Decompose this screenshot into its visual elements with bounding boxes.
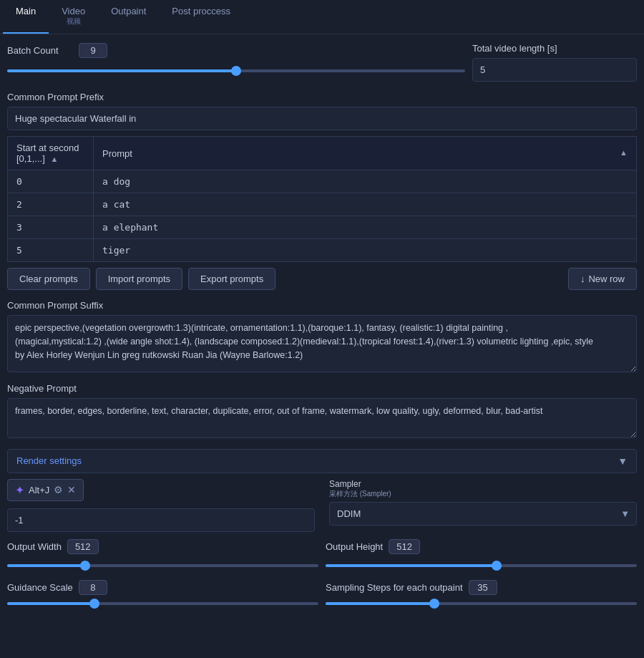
- batch-count-slider[interactable]: [7, 65, 465, 77]
- altj-row: ✦ Alt+J ⚙ ✕: [7, 479, 315, 501]
- guidance-scale-thumb[interactable]: [89, 599, 99, 609]
- sampling-steps-col: Sampling Steps for each outpaint 35: [326, 580, 637, 609]
- batch-count-fill: [7, 69, 236, 72]
- prefix-input[interactable]: [7, 107, 637, 130]
- sampling-steps-fill: [326, 602, 434, 605]
- tab-main-label: Main: [16, 6, 36, 16]
- main-content: Batch Count 9 Total video length [s] Com…: [0, 34, 644, 625]
- output-height-thumb[interactable]: [492, 561, 502, 571]
- table-cell-prompt: a elephant: [94, 216, 637, 239]
- output-width-label: Output Width: [7, 541, 62, 552]
- guidance-scale-value: 8: [79, 580, 107, 595]
- guidance-row: Guidance Scale 8 Sampling Steps for each…: [7, 580, 637, 609]
- output-width-slider[interactable]: [7, 560, 318, 571]
- prompt-table-body: 0 a dog 2 a cat 3 a elephant 5 tiger: [8, 170, 637, 262]
- tab-outpaint[interactable]: Outpaint: [98, 0, 159, 34]
- total-video-section: Total video length [s]: [472, 43, 637, 82]
- gear-icon[interactable]: ⚙: [54, 484, 63, 495]
- negative-prompt-textarea[interactable]: [7, 398, 637, 438]
- render-settings-header[interactable]: Render settings ▼: [7, 449, 637, 473]
- batch-count-thumb[interactable]: [231, 66, 241, 76]
- output-height-col: Output Height 512: [326, 539, 637, 571]
- batch-count-value: 9: [79, 43, 107, 58]
- altj-badge: ✦ Alt+J ⚙ ✕: [7, 479, 84, 501]
- tab-outpaint-label: Outpaint: [111, 6, 146, 16]
- export-prompts-button[interactable]: Export prompts: [188, 268, 275, 290]
- guidance-scale-track: [7, 602, 318, 605]
- table-row: 2 a cat: [8, 193, 637, 216]
- tab-bar: Main Video 视频 Outpaint Post proccess: [0, 0, 644, 34]
- output-height-fill: [326, 564, 497, 567]
- guidance-scale-col: Guidance Scale 8: [7, 580, 318, 609]
- output-height-label-row: Output Height 512: [326, 539, 637, 554]
- suffix-section: Common Prompt Suffix: [7, 300, 637, 374]
- negative-prompt-label: Negative Prompt: [7, 383, 637, 394]
- sort-arrow-prompt[interactable]: ▲: [620, 148, 628, 157]
- col-prompt-header: Prompt ▲: [94, 137, 637, 170]
- chevron-down-icon: ▼: [618, 455, 628, 467]
- table-row: 0 a dog: [8, 170, 637, 193]
- table-cell-second: 3: [8, 216, 94, 239]
- output-height-track: [326, 564, 637, 567]
- table-cell-second: 0: [8, 170, 94, 193]
- download-icon: ↓: [580, 274, 585, 284]
- import-prompts-label: Import prompts: [108, 274, 170, 284]
- negative-prompt-section: Negative Prompt: [7, 383, 637, 440]
- sampler-label: Sampler 采样方法 (Sampler): [329, 479, 637, 499]
- output-height-value: 512: [389, 539, 420, 554]
- top-controls: Batch Count 9 Total video length [s]: [7, 43, 637, 82]
- output-dims-row: Output Width 512 Output Height 512: [7, 539, 637, 571]
- table-cell-prompt: a cat: [94, 193, 637, 216]
- seed-input[interactable]: [7, 508, 315, 532]
- new-row-button[interactable]: ↓ New row: [568, 268, 637, 290]
- sampling-steps-value: 35: [469, 580, 497, 595]
- sampler-section: Sampler 采样方法 (Sampler) DDIM Euler Euler …: [329, 479, 637, 526]
- total-video-input[interactable]: [472, 58, 637, 82]
- suffix-textarea[interactable]: [7, 315, 637, 372]
- prefix-section: Common Prompt Prefix: [7, 92, 637, 130]
- table-row: 5 tiger: [8, 239, 637, 262]
- table-cell-second: 2: [8, 193, 94, 216]
- export-prompts-label: Export prompts: [200, 274, 263, 284]
- table-cell-prompt: tiger: [94, 239, 637, 262]
- batch-count-row: Batch Count 9: [7, 43, 465, 58]
- batch-count-section: Batch Count 9: [7, 43, 465, 77]
- table-cell-second: 5: [8, 239, 94, 262]
- guidance-scale-slider[interactable]: [7, 598, 318, 609]
- sampling-steps-label: Sampling Steps for each outpaint: [326, 582, 463, 593]
- sampler-sublabel-text: 采样方法 (Sampler): [329, 489, 637, 499]
- output-width-value: 512: [67, 539, 99, 554]
- col-second-header: Start at second [0,1,...] ▲: [8, 137, 94, 170]
- sampler-select[interactable]: DDIM Euler Euler a DPM++ 2M DPM++ SDE: [329, 502, 637, 526]
- new-row-label: New row: [588, 274, 625, 284]
- batch-count-label: Batch Count: [7, 45, 72, 56]
- table-header-row: Start at second [0,1,...] ▲ Prompt ▲: [8, 137, 637, 170]
- total-video-label: Total video length [s]: [472, 43, 637, 54]
- sampling-steps-thumb[interactable]: [429, 599, 439, 609]
- tab-postprocess[interactable]: Post proccess: [159, 0, 243, 34]
- table-row: 3 a elephant: [8, 216, 637, 239]
- col-second-header-text: Start at second [0,1,...]: [16, 142, 79, 164]
- output-width-thumb[interactable]: [80, 561, 90, 571]
- tab-video[interactable]: Video 视频: [49, 0, 98, 34]
- tab-video-label: Video: [62, 6, 85, 16]
- output-height-slider[interactable]: [326, 560, 637, 571]
- sort-arrow-second[interactable]: ▲: [50, 155, 58, 163]
- tab-postprocess-label: Post proccess: [172, 6, 230, 16]
- sampling-steps-slider[interactable]: [326, 598, 637, 609]
- close-icon[interactable]: ✕: [67, 484, 76, 495]
- batch-count-track: [7, 69, 465, 72]
- output-width-track: [7, 564, 318, 567]
- render-settings-title: Render settings: [16, 455, 82, 466]
- guidance-scale-label: Guidance Scale: [7, 582, 73, 593]
- guidance-label-row: Guidance Scale 8: [7, 580, 318, 595]
- clear-prompts-button[interactable]: Clear prompts: [7, 268, 90, 290]
- altj-label: Alt+J: [29, 485, 49, 495]
- output-width-label-row: Output Width 512: [7, 539, 318, 554]
- prefix-label: Common Prompt Prefix: [7, 92, 637, 102]
- col-prompt-header-text: Prompt: [102, 148, 132, 159]
- import-prompts-button[interactable]: Import prompts: [96, 268, 182, 290]
- sampler-select-wrapper: DDIM Euler Euler a DPM++ 2M DPM++ SDE ▼: [329, 502, 637, 526]
- tab-main[interactable]: Main: [3, 0, 49, 34]
- prompt-table: Start at second [0,1,...] ▲ Prompt ▲ 0 a…: [7, 136, 637, 262]
